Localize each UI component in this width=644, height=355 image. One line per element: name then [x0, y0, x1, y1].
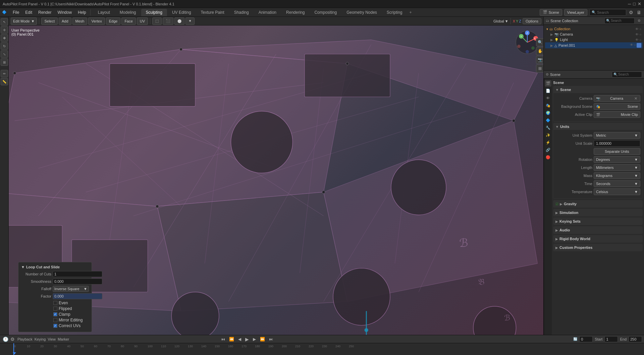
blender-icon[interactable]: 🔷 — [2, 10, 7, 14]
mode-dropdown[interactable]: Edit Mode ▼ — [11, 17, 37, 25]
separate-units-btn[interactable]: Separate Units — [594, 148, 640, 155]
loop-icon[interactable]: 🔄 — [573, 337, 577, 341]
menu-file[interactable]: File — [10, 9, 22, 15]
prop-tab-constraints[interactable]: 🔗 — [545, 146, 551, 153]
current-frame-input[interactable] — [579, 336, 593, 342]
outliner-search[interactable]: 🔍 Search — [604, 18, 635, 24]
vertex-menu[interactable]: Vertex — [88, 17, 105, 25]
prop-tab-scene[interactable]: 🎭 — [545, 102, 551, 109]
timeline-settings-icon[interactable]: ⚙ — [10, 336, 15, 343]
cuts-input[interactable] — [53, 271, 102, 277]
close-btn[interactable]: ✕ — [638, 1, 641, 6]
audio-section-header[interactable]: Audio — [553, 227, 642, 233]
even-checkbox[interactable] — [53, 301, 57, 305]
operator-collapse-arrow[interactable]: ▼ — [21, 265, 25, 269]
marker-label[interactable]: Marker — [58, 337, 69, 341]
cursor-tool[interactable]: ✛ — [1, 26, 8, 34]
uv-menu[interactable]: UV — [137, 17, 148, 25]
playback-label[interactable]: Playback — [17, 337, 33, 341]
menu-edit[interactable]: Edit — [22, 9, 35, 15]
tab-shading[interactable]: Shading — [229, 9, 254, 16]
rotate-tool[interactable]: ↻ — [1, 42, 8, 50]
top-search-bar[interactable]: 🔍 Search — [589, 9, 626, 16]
tab-modeling[interactable]: Modeling — [115, 9, 141, 16]
prop-tab-particles[interactable]: ✨ — [545, 132, 551, 138]
outliner-item-collection[interactable]: ▾ 🗂 Collection 👁 ○ — [545, 26, 643, 32]
viewport-shading-rendered[interactable]: ✦ — [185, 17, 195, 25]
simulation-section-header[interactable]: Simulation — [553, 209, 642, 216]
face-menu[interactable]: Face — [121, 17, 136, 25]
background-scene-dropdown[interactable]: 🎭 Scene — [594, 103, 640, 110]
move-tool[interactable]: ✥ — [1, 34, 8, 42]
scene-selector[interactable]: 🎬 Scene — [540, 9, 562, 16]
overlay-options-btn[interactable]: Options — [523, 18, 541, 24]
prop-tab-view[interactable]: 👁 — [545, 95, 551, 101]
prop-tab-physics[interactable]: ⚡ — [545, 139, 551, 146]
tab-add[interactable]: + — [408, 9, 414, 15]
mesh-menu[interactable]: Mesh — [72, 17, 88, 25]
tab-rendering[interactable]: Rendering — [281, 9, 309, 16]
clamp-checkbox[interactable] — [53, 312, 57, 316]
light-hide-icon[interactable]: ○ — [639, 38, 641, 42]
camera-btn[interactable]: 📷 — [536, 56, 543, 64]
viewport-shading-solid[interactable]: ⬛ — [163, 17, 173, 25]
prop-tab-world[interactable]: 🌍 — [545, 109, 551, 116]
add-menu[interactable]: Add — [59, 17, 71, 25]
outliner-filter-btn[interactable]: ⚙ — [636, 18, 642, 24]
settings-icon[interactable]: ⚙ — [628, 9, 634, 16]
correct-uvs-checkbox[interactable] — [53, 324, 57, 328]
menu-window[interactable]: Window — [55, 9, 74, 15]
annotate-tool[interactable]: ✏ — [1, 70, 8, 77]
xyz-toggle[interactable]: X Y Z — [513, 19, 521, 23]
panel-eye-icon[interactable]: 👁 — [630, 43, 633, 48]
prop-tab-modifier[interactable]: 🔧 — [545, 124, 551, 131]
length-dropdown[interactable]: Millimeters ▼ — [594, 164, 640, 171]
outliner-item-camera[interactable]: ▶ 📷 Camera 👁 ○ — [545, 32, 643, 37]
rotation-dropdown[interactable]: Degrees ▼ — [594, 156, 640, 163]
timeline-content[interactable]: 0 10 20 30 40 50 60 70 80 90 100 110 120… — [0, 343, 644, 355]
tab-compositing[interactable]: Compositing — [310, 9, 341, 16]
prop-tab-render[interactable]: 🎬 — [545, 80, 551, 87]
view-label[interactable]: View — [48, 337, 56, 341]
smoothness-input[interactable] — [53, 278, 102, 284]
properties-search[interactable]: 🔍 Search — [612, 72, 642, 78]
scale-tool[interactable]: ⤡ — [1, 50, 8, 58]
zoom-in-btn[interactable]: 🔍 — [536, 38, 543, 46]
select-menu[interactable]: Select — [41, 17, 58, 25]
prop-tab-material[interactable]: 🔴 — [545, 154, 551, 161]
camera-clear-btn[interactable]: ✕ — [633, 96, 638, 101]
scene-section-header[interactable]: Scene — [553, 86, 642, 93]
keying-label[interactable]: Keying — [35, 337, 46, 341]
gravity-checkbox[interactable]: ☑ — [555, 202, 558, 206]
outliner-item-light[interactable]: ▶ 💡 Light 👁 ○ — [545, 37, 643, 42]
factor-input[interactable] — [53, 293, 102, 299]
mass-dropdown[interactable]: Kilograms ▼ — [594, 172, 640, 179]
measure-tool[interactable]: 📏 — [1, 78, 8, 85]
start-frame-input[interactable] — [604, 336, 618, 342]
next-keyframe-btn[interactable]: ⏩ — [259, 337, 266, 342]
panel-hide-icon[interactable]: ○ — [634, 43, 636, 48]
light-eye-icon[interactable]: 👁 — [635, 38, 639, 42]
temperature-dropdown[interactable]: Celsius ▼ — [594, 188, 640, 195]
minimize-btn[interactable]: ─ — [628, 1, 631, 6]
grid-btn[interactable]: ⊞ — [536, 64, 543, 73]
transform-orientation[interactable]: Global ▼ — [493, 19, 508, 23]
unit-scale-value[interactable]: 1.000000 — [594, 140, 640, 147]
active-clip-dropdown[interactable]: 🎬 Movie Clip — [594, 111, 640, 118]
custom-properties-section-header[interactable]: Custom Properties — [553, 244, 642, 251]
hand-btn[interactable]: ✋ — [536, 47, 543, 55]
prop-tab-output[interactable]: 📄 — [545, 87, 551, 94]
viewport-3d[interactable]: ℬ 𝔅 ℬ User Perspective (0) Panel.001 X — [9, 26, 543, 335]
viewport-shading-material[interactable]: ⬤ — [174, 17, 184, 25]
viewport-shading-wireframe[interactable]: ⬚ — [152, 17, 162, 25]
tab-animation[interactable]: Animation — [254, 9, 281, 16]
select-tool[interactable]: ↖ — [1, 18, 8, 26]
end-frame-input[interactable] — [629, 336, 642, 342]
flipped-checkbox[interactable] — [53, 307, 57, 311]
rigid-body-world-section-header[interactable]: Rigid Body World — [553, 235, 642, 242]
jump-end-btn[interactable]: ⏭ — [268, 337, 274, 342]
maximize-btn[interactable]: □ — [633, 1, 636, 6]
mirror-editing-checkbox[interactable] — [53, 318, 57, 322]
time-dropdown[interactable]: Seconds ▼ — [594, 180, 640, 187]
view-layer-selector[interactable]: ViewLayer — [564, 9, 587, 16]
